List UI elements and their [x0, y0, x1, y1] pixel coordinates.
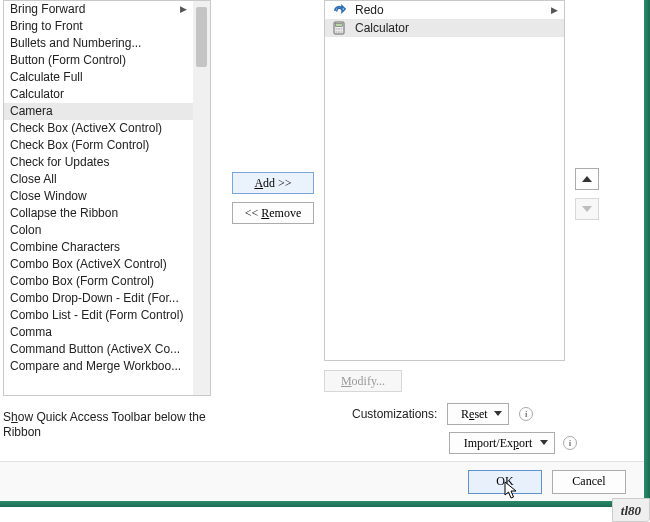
- command-item-label: Check Box (ActiveX Control): [10, 120, 162, 137]
- commands-listbox[interactable]: Bring Forward▶Bring to FrontBullets and …: [3, 0, 211, 396]
- svg-rect-2: [336, 28, 338, 30]
- svg-rect-5: [336, 31, 338, 33]
- command-item-label: Close All: [10, 171, 57, 188]
- svg-rect-6: [338, 31, 340, 33]
- triangle-up-icon: [582, 176, 592, 182]
- command-item-label: Bullets and Numbering...: [10, 35, 141, 52]
- command-item[interactable]: Check Box (ActiveX Control): [4, 120, 193, 137]
- reset-dropdown[interactable]: Reset: [447, 403, 509, 425]
- add-button[interactable]: Add >>: [232, 172, 314, 194]
- command-item[interactable]: Check for Updates: [4, 154, 193, 171]
- window-shadow-right: [644, 0, 650, 507]
- command-item-label: Compare and Merge Workboo...: [10, 358, 181, 375]
- caret-down-icon: [540, 440, 548, 445]
- command-item-label: Camera: [10, 103, 53, 120]
- calculator-icon: [331, 20, 347, 36]
- command-item-label: Bring to Front: [10, 18, 83, 35]
- toolbar-item[interactable]: Calculator: [325, 19, 564, 37]
- watermark: tl80: [612, 498, 650, 522]
- command-item[interactable]: Combo Drop-Down - Edit (For...: [4, 290, 193, 307]
- modify-button[interactable]: Modify...: [324, 370, 402, 392]
- command-item-label: Check Box (Form Control): [10, 137, 149, 154]
- customizations-label: Customizations:: [352, 407, 437, 421]
- import-export-dropdown[interactable]: Import/Export: [449, 432, 555, 454]
- modify-button-label: Modify...: [341, 374, 385, 389]
- command-item-label: Command Button (ActiveX Co...: [10, 341, 180, 358]
- command-item-label: Combine Characters: [10, 239, 120, 256]
- info-icon[interactable]: i: [563, 436, 577, 450]
- command-item-label: Colon: [10, 222, 41, 239]
- svg-rect-1: [336, 24, 343, 27]
- svg-rect-4: [341, 28, 343, 30]
- command-item-label: Combo List - Edit (Form Control): [10, 307, 183, 324]
- cancel-button[interactable]: Cancel: [552, 470, 626, 494]
- reset-label: Reset: [461, 407, 488, 422]
- command-item-label: Button (Form Control): [10, 52, 126, 69]
- command-item[interactable]: Close Window: [4, 188, 193, 205]
- toolbar-item-label: Redo: [355, 1, 384, 19]
- command-item-label: Comma: [10, 324, 52, 341]
- remove-button-label: << Remove: [245, 206, 302, 221]
- command-item[interactable]: Calculate Full: [4, 69, 193, 86]
- command-item[interactable]: Combine Characters: [4, 239, 193, 256]
- command-item[interactable]: Calculator: [4, 86, 193, 103]
- command-item[interactable]: Bullets and Numbering...: [4, 35, 193, 52]
- import-export-label: Import/Export: [464, 436, 533, 451]
- command-item[interactable]: Comma: [4, 324, 193, 341]
- svg-rect-3: [338, 28, 340, 30]
- svg-rect-7: [341, 31, 343, 33]
- show-below-ribbon-link[interactable]: Show Quick Access Toolbar below the Ribb…: [3, 410, 218, 440]
- remove-button[interactable]: << Remove: [232, 202, 314, 224]
- toolbar-item-label: Calculator: [355, 19, 409, 37]
- command-item[interactable]: Bring Forward▶: [4, 1, 193, 18]
- command-item[interactable]: Combo Box (ActiveX Control): [4, 256, 193, 273]
- command-item[interactable]: Colon: [4, 222, 193, 239]
- triangle-down-icon: [582, 206, 592, 212]
- command-item-label: Close Window: [10, 188, 87, 205]
- redo-icon: [331, 2, 347, 18]
- command-item-label: Calculator: [10, 86, 64, 103]
- command-item[interactable]: Camera: [4, 103, 193, 120]
- move-up-button[interactable]: [575, 168, 599, 190]
- caret-down-icon: [494, 411, 502, 416]
- submenu-arrow-icon: ▶: [180, 1, 187, 18]
- command-item[interactable]: Collapse the Ribbon: [4, 205, 193, 222]
- ok-button[interactable]: OK: [468, 470, 542, 494]
- command-item-label: Bring Forward: [10, 1, 85, 18]
- command-item-label: Check for Updates: [10, 154, 109, 171]
- ok-label: OK: [496, 474, 513, 489]
- command-item-label: Combo Box (ActiveX Control): [10, 256, 167, 273]
- command-item[interactable]: Close All: [4, 171, 193, 188]
- move-down-button[interactable]: [575, 198, 599, 220]
- add-button-label: Add >>: [254, 176, 291, 190]
- commands-scrollbar[interactable]: [193, 1, 210, 395]
- command-item[interactable]: Combo Box (Form Control): [4, 273, 193, 290]
- toolbar-item[interactable]: Redo▶: [325, 1, 564, 19]
- command-item-label: Combo Box (Form Control): [10, 273, 154, 290]
- command-item[interactable]: Check Box (Form Control): [4, 137, 193, 154]
- command-item-label: Combo Drop-Down - Edit (For...: [10, 290, 179, 307]
- command-item-label: Calculate Full: [10, 69, 83, 86]
- submenu-arrow-icon: ▶: [551, 1, 558, 19]
- window-shadow-bottom: [0, 501, 650, 507]
- command-item-label: Collapse the Ribbon: [10, 205, 118, 222]
- info-icon[interactable]: i: [519, 407, 533, 421]
- scrollbar-thumb[interactable]: [196, 7, 207, 67]
- dialog-footer: OK Cancel: [0, 461, 644, 501]
- cancel-label: Cancel: [572, 474, 605, 489]
- command-item[interactable]: Combo List - Edit (Form Control): [4, 307, 193, 324]
- command-item[interactable]: Command Button (ActiveX Co...: [4, 341, 193, 358]
- toolbar-listbox[interactable]: Redo▶Calculator: [324, 0, 565, 361]
- command-item[interactable]: Button (Form Control): [4, 52, 193, 69]
- command-item[interactable]: Compare and Merge Workboo...: [4, 358, 193, 375]
- command-item[interactable]: Bring to Front: [4, 18, 193, 35]
